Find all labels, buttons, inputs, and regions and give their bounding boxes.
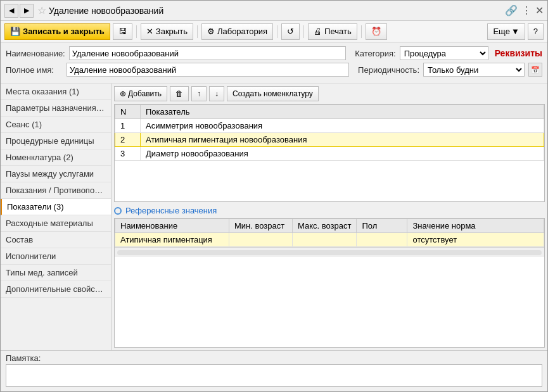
ref-col-gender: Пол — [357, 219, 407, 233]
ref-col-norm: Значение норма — [407, 219, 544, 233]
close-button[interactable]: ✕ Закрыть — [141, 23, 193, 40]
period-select[interactable]: Только будни — [423, 63, 525, 77]
link-icon[interactable]: 🔗 — [505, 4, 518, 16]
close-icon[interactable]: ✕ — [535, 4, 544, 16]
main-window: ◀ ▶ ☆ Удаление новообразований 🔗 ⋮ ✕ 💾 З… — [0, 0, 548, 392]
alarm-icon: ⏰ — [371, 27, 381, 36]
form-area: Наименование: Категория: Процедура Рекви… — [1, 42, 547, 84]
reference-title[interactable]: Референсные значения — [125, 206, 217, 215]
category-select[interactable]: Процедура — [400, 46, 488, 60]
separator-3 — [277, 25, 277, 38]
main-toolbar: 💾 Записать и закрыть 🖫 ✕ Закрыть ⚙ Лабор… — [1, 21, 547, 42]
sidebar-item-mesta[interactable]: Места оказания (1) — [1, 84, 111, 100]
ref-cell-minage — [229, 233, 293, 247]
reference-section: Референсные значения Наименование Мин. в… — [114, 206, 545, 348]
title-action-icons: 🔗 ⋮ ✕ — [505, 4, 544, 16]
memo-label: Памятка: — [6, 353, 542, 363]
horizontal-scrollbar[interactable] — [115, 247, 544, 257]
scrollbar-track — [117, 250, 542, 255]
move-down-button[interactable]: ↓ — [209, 86, 224, 101]
diskette-button[interactable]: 🖫 — [113, 23, 132, 40]
name-label: Наименование: — [6, 49, 65, 58]
separator-4 — [303, 25, 304, 38]
alarm-button[interactable]: ⏰ — [366, 23, 387, 40]
cell-n: 1 — [115, 119, 141, 133]
cell-n: 3 — [115, 147, 141, 161]
sidebar-item-types[interactable]: Типы мед. записей — [1, 265, 111, 281]
memo-input[interactable] — [6, 364, 542, 387]
separator-2 — [197, 25, 198, 38]
sidebar-item-dop[interactable]: Дополнительные свойства — [1, 281, 111, 298]
ref-cell-name: Атипичная пигментация — [115, 233, 229, 247]
period-calendar-icon[interactable]: 📅 — [528, 63, 542, 77]
sidebar-item-seans[interactable]: Сеанс (1) — [1, 117, 111, 133]
add-button[interactable]: ⊕ Добавить — [114, 86, 167, 101]
inner-toolbar: ⊕ Добавить 🗑 ↑ ↓ Создать номенклатуру — [114, 86, 545, 101]
forward-button[interactable]: ▶ — [20, 4, 34, 18]
favorite-icon[interactable]: ☆ — [37, 4, 46, 16]
cell-name: Диаметр новообразования — [141, 147, 544, 161]
cell-n: 2 — [115, 133, 141, 147]
sidebar-item-proced[interactable]: Процедурные единицы — [1, 133, 111, 149]
category-label: Категория: — [355, 49, 395, 58]
delete-icon: 🗑 — [175, 89, 183, 98]
sidebar-item-nomen[interactable]: Номенклатура (2) — [1, 149, 111, 166]
fullname-row: Полное имя: Периодичность: Только будни … — [6, 63, 542, 77]
ref-col-name: Наименование — [115, 219, 229, 233]
cell-name: Атипичная пигментация новообразования — [141, 133, 544, 147]
more-button[interactable]: Еще ▼ — [487, 23, 525, 40]
title-bar: ◀ ▶ ☆ Удаление новообразований 🔗 ⋮ ✕ — [1, 1, 547, 21]
add-icon: ⊕ — [120, 89, 126, 98]
move-up-button[interactable]: ↑ — [191, 86, 207, 101]
ref-col-minage: Мин. возраст — [229, 219, 293, 233]
name-input[interactable] — [69, 46, 347, 60]
main-content: Места оказания (1) Параметры назначения … — [1, 84, 547, 350]
history-button[interactable]: ↺ — [281, 23, 300, 40]
fullname-input[interactable] — [67, 63, 349, 77]
indicators-table: N Показатель 1 Асимметрия новообразовани… — [115, 104, 544, 161]
col-n: N — [115, 105, 141, 119]
name-row: Наименование: Категория: Процедура Рекви… — [6, 46, 542, 60]
sidebar-item-sostav[interactable]: Состав — [1, 232, 111, 248]
table-row[interactable]: 1 Асимметрия новообразования — [115, 119, 544, 133]
ref-cell-maxage — [293, 233, 357, 247]
help-button[interactable]: ? — [528, 23, 544, 40]
separator-5 — [361, 25, 362, 38]
reference-circle-icon — [114, 207, 122, 215]
save-close-button[interactable]: 💾 Записать и закрыть — [4, 23, 110, 40]
ref-table-row[interactable]: Атипичная пигментация отсутствует — [115, 233, 544, 247]
content-area: ⊕ Добавить 🗑 ↑ ↓ Создать номенклатуру — [112, 84, 547, 350]
window-title: Удаление новообразований — [49, 6, 505, 16]
back-button[interactable]: ◀ — [4, 4, 18, 18]
separator-1 — [136, 25, 137, 38]
create-nomen-button[interactable]: Создать номенклатуру — [227, 86, 319, 101]
menu-icon[interactable]: ⋮ — [521, 4, 532, 16]
history-icon: ↺ — [287, 27, 294, 36]
sidebar-item-pauz[interactable]: Паузы между услугами — [1, 166, 111, 182]
table-row[interactable]: 3 Диаметр новообразования — [115, 147, 544, 161]
save-icon: 💾 — [10, 27, 20, 36]
period-label: Периодичность: — [358, 65, 419, 75]
nav-buttons: ◀ ▶ — [4, 4, 34, 18]
sidebar-item-params[interactable]: Параметры назначения (1) — [1, 100, 111, 117]
sidebar-item-ispoln[interactable]: Исполнители — [1, 248, 111, 265]
sidebar-item-pokaz[interactable]: Показания / Противопоказания — [1, 182, 111, 199]
print-icon: 🖨 — [314, 27, 322, 36]
ref-cell-norm: отсутствует — [407, 233, 544, 247]
chevron-down-icon: ▼ — [511, 27, 519, 36]
close-x-icon: ✕ — [146, 27, 153, 36]
sidebar-item-rasxod[interactable]: Расходные материалы — [1, 215, 111, 232]
print-button[interactable]: 🖨 Печать — [308, 23, 357, 40]
delete-button[interactable]: 🗑 — [170, 86, 189, 101]
rekvizity-button[interactable]: Реквизиты — [495, 48, 542, 58]
col-indicator: Показатель — [141, 105, 544, 119]
indicators-table-container: N Показатель 1 Асимметрия новообразовани… — [114, 104, 545, 202]
lab-button[interactable]: ⚙ Лаборатория — [201, 23, 273, 40]
memo-area: Памятка: — [1, 350, 547, 391]
reference-table-container: Наименование Мин. возраст Макс. возраст … — [114, 218, 545, 348]
table-row[interactable]: 2 Атипичная пигментация новообразования — [115, 133, 544, 147]
reference-header: Референсные значения — [114, 206, 545, 215]
sidebar-item-pokazateli[interactable]: Показатели (3) — [1, 199, 111, 215]
ref-col-maxage: Макс. возраст — [293, 219, 357, 233]
fullname-label: Полное имя: — [6, 65, 63, 75]
